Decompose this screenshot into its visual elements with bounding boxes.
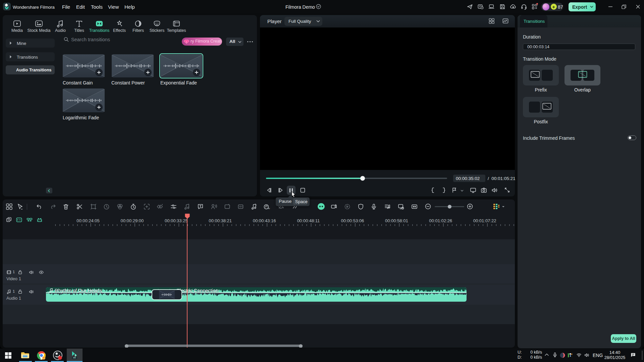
svg-text:AI: AI	[268, 207, 270, 209]
